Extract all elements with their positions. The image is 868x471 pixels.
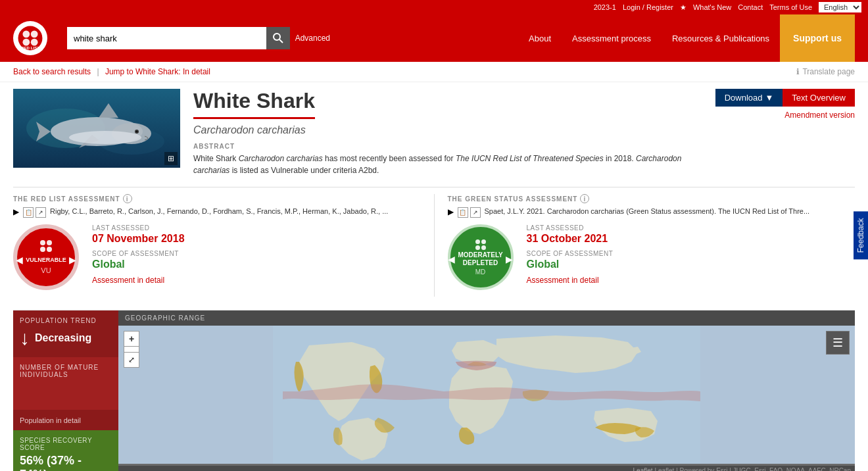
nav-assessment-process[interactable]: Assessment process [562,14,662,62]
green-status-expand-btn[interactable]: ▶ [448,207,454,216]
nav-about[interactable]: About [518,14,562,62]
trend-value: Decreasing [35,332,91,344]
search-area: Advanced [67,27,330,49]
version-label: 2023-1 [594,3,616,11]
green-copy-icon[interactable]: 📋 [458,207,468,218]
green-status-info-icon[interactable]: i [580,194,589,203]
main-nav: About Assessment process Resources & Pub… [518,14,855,62]
green-scope-label: SCOPE OF ASSESSMENT [527,250,614,257]
species-info: White Shark Carcharodon carcharias ABSTR… [193,89,702,176]
logo-svg: RED LIST [17,25,43,51]
species-image-container: ⊞ [13,89,180,168]
vulnerable-badge: ◀ VULNERABLE ▶ VU [13,224,79,290]
recovery-score-value: 56% (37% - 74%) [20,454,112,471]
svg-text:RED LIST: RED LIST [21,45,39,50]
mature-label: NUMBER OF MATURE INDIVIDUALS [20,364,112,378]
species-image [13,89,180,168]
last-assessed-date: 07 November 2018 [92,233,185,245]
scope-label: SCOPE OF ASSESSMENT [92,250,185,257]
download-button[interactable]: Download ▼ [715,89,783,107]
leaflet-link[interactable]: Leaflet [633,467,653,471]
image-expand-icon[interactable]: ⊞ [164,152,178,165]
last-assessed-label: LAST ASSESSED [92,224,185,232]
svg-point-14 [136,131,137,132]
green-status-details: LAST ASSESSED 31 October 2021 SCOPE OF A… [527,224,614,285]
search-icon [273,33,283,43]
bottom-panels: POPULATION TREND ↓ Decreasing NUMBER OF … [13,310,855,471]
population-link-section: Population in detail [13,410,118,430]
red-list-detail-link[interactable]: Assessment in detail [92,276,164,285]
download-label: Download [725,93,763,103]
svg-line-7 [279,39,283,43]
language-select[interactable]: English [819,2,861,12]
down-arrow-icon: ↓ [20,328,30,348]
moderately-depleted-badge: ◀ MODERATELY DEPLETED ▶ MD [448,224,514,290]
vulnerable-status: ◀ VULNERABLE ▶ [14,255,78,265]
green-next-btn[interactable]: ▶ [504,254,514,264]
status-prev-btn[interactable]: ◀ [14,255,24,265]
green-status-header-label: THE GREEN STATUS ASSESSMENT [448,195,578,203]
map-expand-button[interactable]: ⤢ [124,352,139,368]
green-badge-logo-2 [475,245,486,250]
species-scientific-name: Carcharodon carcharias [193,124,702,136]
search-button[interactable] [266,27,290,49]
population-trend-section: POPULATION TREND ↓ Decreasing [13,310,118,357]
feedback-tab[interactable]: Feedback [854,212,868,260]
status-label: VULNERABLE [26,257,66,263]
status-next-btn[interactable]: ▶ [68,255,78,265]
text-overview-button[interactable]: Text Overview [783,89,855,107]
green-status-assessment: THE GREEN STATUS ASSESSMENT i ▶ 📋 ↗ Spae… [448,194,856,297]
red-list-info-icon[interactable]: i [123,194,132,203]
whats-new-link[interactable]: What's New [693,3,731,11]
green-prev-btn[interactable]: ◀ [446,254,456,264]
world-map-svg [118,326,855,464]
recovery-score-section: SPECIES RECOVERY SCORE 56% (37% - 74%) [13,430,118,471]
green-share-icon[interactable]: ↗ [470,207,481,218]
shark-illustration [13,89,180,168]
red-list-badge-row: ◀ VULNERABLE ▶ VU LAST ASSESSED 07 Novem… [13,224,421,290]
green-status-label: MODERATELY DEPLETED [458,251,502,267]
info-icon: ℹ [796,67,800,76]
search-input[interactable] [67,27,266,49]
red-list-citation-row: ▶ 📋 ↗ Rigby, C.L., Barreto, R., Carlson,… [13,207,421,218]
vertical-divider [434,194,435,297]
back-to-search-link[interactable]: Back to search results [13,67,91,76]
red-list-header-label: THE RED LIST ASSESSMENT [13,195,120,203]
mature-individuals-section: NUMBER OF MATURE INDIVIDUALS [13,357,118,410]
map-container[interactable]: + − ⤢ ☰ [118,326,855,471]
population-detail-link[interactable]: Population in detail [20,416,81,424]
advanced-link[interactable]: Advanced [295,34,330,43]
green-scope-value: Global [527,259,614,270]
nav-resources[interactable]: Resources & Publications [662,14,780,62]
nav-support[interactable]: Support us [780,14,855,62]
terms-link[interactable]: Terms of Use [769,3,812,11]
breadcrumb-links: Back to search results | Jump to White S… [13,67,210,76]
abstract-label: ABSTRACT [193,143,702,150]
species-common-name: White Shark [193,89,315,119]
recovery-label: SPECIES RECOVERY SCORE [20,437,112,451]
scope-value: Global [92,259,185,270]
pop-trend-label: POPULATION TREND [20,317,112,324]
map-layers-button[interactable]: ☰ [826,331,850,355]
contact-link[interactable]: Contact [738,3,763,11]
share-icon[interactable]: ↗ [36,207,46,218]
translate-area[interactable]: ℹ Translate page [796,67,855,76]
svg-point-2 [31,30,38,37]
green-status-with-arrows: ◀ MODERATELY DEPLETED ▶ [446,251,514,267]
svg-point-4 [31,39,38,46]
svg-point-6 [274,34,280,40]
amendment-link[interactable]: Amendment version [784,111,855,120]
header: RED LIST Advanced About Assessment proce… [0,14,868,62]
jump-to-detail-link[interactable]: Jump to White Shark: In detail [105,67,210,76]
attribution-text: Leaflet | Powered by Esri | JUGC, Esri, … [654,467,851,471]
green-badge-logo [475,239,486,244]
login-link[interactable]: Login / Register [623,3,673,11]
svg-point-1 [22,30,30,37]
svg-point-15 [69,131,141,144]
green-status-citation-row: ▶ 📋 ↗ Spaet, J.L.Y. 2021. Carcharodon ca… [448,207,856,218]
green-detail-link[interactable]: Assessment in detail [527,276,599,285]
copy-icon[interactable]: 📋 [23,207,34,218]
red-list-expand-btn[interactable]: ▶ [13,207,19,216]
zoom-in-button[interactable]: + [124,331,139,347]
download-chevron-icon: ▼ [765,93,773,103]
